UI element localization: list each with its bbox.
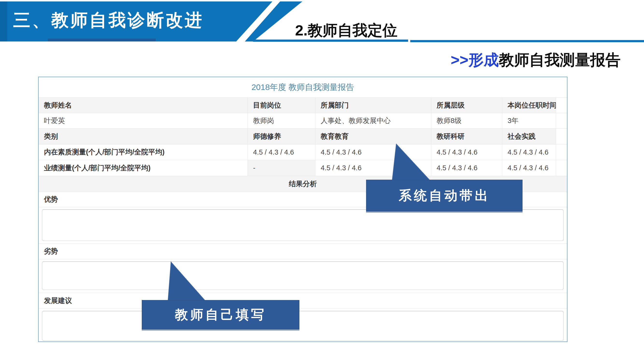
- col-header-teacher-name: 教师姓名: [39, 98, 248, 113]
- spacer-cell: [556, 160, 567, 176]
- current-post-value: 教师岗: [248, 113, 315, 128]
- inner-quality-label: 内在素质测量(个人/部门平均/全院平均): [39, 145, 248, 160]
- table-row-performance: 业绩测量(个人/部门平均/全院平均) - 4.5 / 4.3 / 4.6 4.5…: [39, 160, 567, 176]
- spacer-cell: [556, 98, 567, 113]
- subtitle-chevrons: >>: [450, 51, 468, 68]
- callout-teacher-fill-text: 教师自己填写: [175, 306, 266, 324]
- table-header-row: 教师姓名 目前岗位 所属部门 所属层级 本岗位任职时间: [39, 98, 567, 113]
- inner-quality-ethics: 4.5 / 4.3 / 4.6: [248, 145, 315, 160]
- teacher-name-value: 叶爱英: [39, 113, 248, 128]
- inner-quality-practice: 4.5 / 4.3 / 4.6: [502, 145, 556, 160]
- spacer-cell: [556, 145, 567, 160]
- callout-system-autofill-text: 系统自动带出: [399, 187, 490, 204]
- report-title: 2018年度 教师自我测量报告: [251, 82, 354, 93]
- subtitle-rest: 教师自我测量报告: [499, 51, 620, 68]
- table-row-inner-quality: 内在素质测量(个人/部门平均/全院平均) 4.5 / 4.3 / 4.6 4.5…: [39, 145, 567, 160]
- section-title: 2.教师自我定位: [295, 20, 398, 40]
- strengths-field-row: [39, 207, 567, 244]
- callout-pointer-up-icon: [164, 260, 211, 303]
- col-header-department: 所属部门: [315, 98, 431, 113]
- tenure-value: 3年: [502, 113, 556, 128]
- report-title-row: 2018年度 教师自我测量报告: [39, 77, 567, 98]
- col-header-current-post: 目前岗位: [248, 98, 315, 113]
- category-label: 类别: [39, 129, 248, 144]
- performance-practice: 4.5 / 4.3 / 4.6: [502, 160, 556, 176]
- slide: { "banner": { "title": "三、教师自我诊断改进" }, "…: [0, 0, 644, 362]
- subtitle-highlight: 形成: [468, 51, 499, 68]
- col-header-tenure: 本岗位任职时间: [502, 98, 556, 113]
- performance-ethics: -: [248, 160, 315, 176]
- subtitle: >>形成教师自我测量报告: [425, 50, 620, 70]
- banner-title: 三、教师自我诊断改进: [13, 9, 204, 32]
- department-value: 人事处、教师发展中心: [315, 113, 431, 128]
- callout-system-autofill: 系统自动带出: [366, 180, 522, 211]
- callout-teacher-fill: 教师自己填写: [142, 300, 300, 330]
- weaknesses-label: 劣势: [39, 244, 567, 259]
- inner-quality-research: 4.5 / 4.3 / 4.6: [431, 145, 502, 160]
- development-suggestions-textarea[interactable]: [42, 311, 564, 341]
- table-row-category: 类别 师德修养 教育教育 教研科研 社会实践: [39, 129, 567, 145]
- col-header-level: 所属层级: [431, 98, 502, 113]
- development-suggestions-field-row: [39, 309, 567, 343]
- table-row-info: 叶爱英 教师岗 人事处、教师发展中心 教师8级 3年: [39, 113, 567, 129]
- category-education: 教育教育: [315, 129, 431, 144]
- level-value: 教师8级: [431, 113, 502, 128]
- weaknesses-textarea[interactable]: [42, 261, 564, 290]
- performance-research: 4.5 / 4.3 / 4.6: [431, 160, 502, 176]
- spacer-cell: [556, 113, 567, 128]
- strengths-textarea[interactable]: [42, 209, 564, 241]
- development-suggestions-label: 发展建议: [39, 293, 567, 309]
- category-practice: 社会实践: [502, 129, 556, 144]
- performance-label: 业绩测量(个人/部门平均/全院平均): [39, 160, 248, 176]
- weaknesses-field-row: [39, 259, 567, 293]
- spacer-cell: [556, 129, 567, 144]
- header-divider-line-right: [410, 40, 644, 42]
- category-ethics: 师德修养: [248, 129, 315, 144]
- callout-pointer-up-icon: [388, 142, 436, 183]
- category-research: 教研科研: [431, 129, 502, 144]
